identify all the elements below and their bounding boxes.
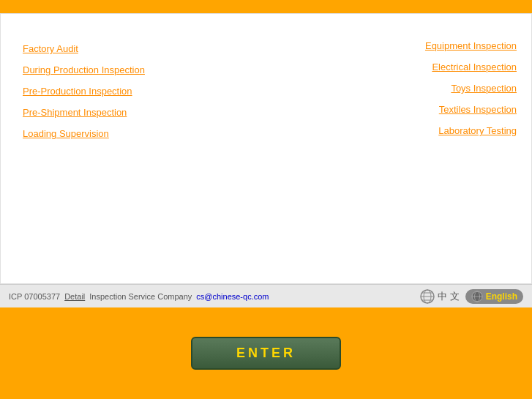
lang-en-globe-icon xyxy=(471,291,483,302)
footer-bar: ICP 07005377 Detail Inspection Service C… xyxy=(0,284,532,307)
icp-text: ICP 07005377 xyxy=(9,292,60,301)
nav-factory-audit[interactable]: Factory Audit xyxy=(23,43,145,54)
nav-textiles-inspection[interactable]: Textiles Inspection xyxy=(425,104,517,115)
nav-laboratory-testing[interactable]: Laboratory Testing xyxy=(425,125,517,136)
lang-en-button[interactable]: English xyxy=(465,289,523,304)
enter-button[interactable]: ENTER xyxy=(191,337,341,370)
detail-label: Detail xyxy=(64,292,85,301)
footer-right: 中 文 English xyxy=(420,289,523,304)
nav-pre-production[interactable]: Pre-Production Inspection xyxy=(23,86,145,97)
nav-equipment-inspection[interactable]: Equipment Inspection xyxy=(425,40,517,51)
footer-left: ICP 07005377 Detail Inspection Service C… xyxy=(9,292,269,301)
nav-loading-supervision[interactable]: Loading Supervision xyxy=(23,128,145,139)
top-orange-bar xyxy=(0,0,532,13)
lang-en-label: English xyxy=(486,291,517,302)
nav-during-production[interactable]: During Production Inspection xyxy=(23,64,145,75)
nav-electrical-inspection[interactable]: Electrical Inspection xyxy=(425,61,517,72)
email-link[interactable]: cs@chinese-qc.com xyxy=(196,292,269,301)
right-nav: Equipment Inspection Electrical Inspecti… xyxy=(425,40,517,136)
main-content-area: Factory Audit During Production Inspecti… xyxy=(0,13,532,284)
nav-pre-shipment[interactable]: Pre-Shipment Inspection xyxy=(23,107,145,118)
lang-globe-container: 中 文 xyxy=(420,289,460,304)
enter-button-label: ENTER xyxy=(236,346,296,360)
globe-icon xyxy=(420,289,435,304)
left-nav: Factory Audit During Production Inspecti… xyxy=(23,43,145,139)
lang-cn-label[interactable]: 中 文 xyxy=(438,290,460,303)
nav-toys-inspection[interactable]: Toys Inspection xyxy=(425,83,517,94)
bottom-orange-section: ENTER xyxy=(0,307,532,399)
company-name: Inspection Service Company xyxy=(89,292,192,301)
